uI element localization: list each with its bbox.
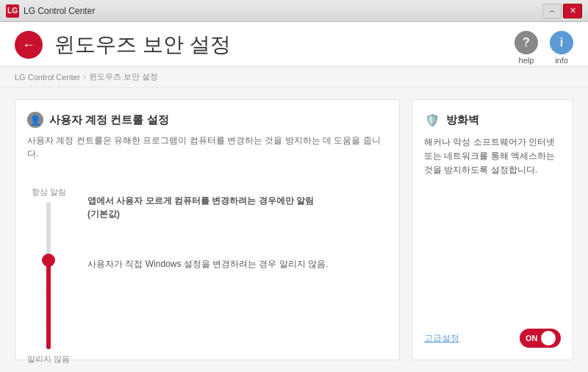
main-window: ← 윈도우즈 보안 설정 ? help i info LG Control Ce… xyxy=(0,22,588,372)
uac-panel: 👤 사용자 계정 컨트롤 설정 사용자 계정 컨트롤은 유해한 프로그램이 컴퓨… xyxy=(15,99,400,360)
slider-options: 앱에서 사용자 모르게 컴퓨터를 변경하려는 경우에만 알림(기본값) 사용자가… xyxy=(87,172,387,365)
breadcrumb: LG Control Center › 윈도우즈 보안 설정 xyxy=(0,67,588,87)
slider-top-label: 항상 알림 xyxy=(32,187,66,198)
title-bar: LG LG Control Center − ✕ xyxy=(0,0,588,22)
firewall-header: 🛡️ 방화벽 xyxy=(424,112,561,128)
minimize-button[interactable]: − xyxy=(542,4,562,18)
firewall-footer: 고급설정 ON xyxy=(424,329,561,348)
uac-slider-area: 항상 알림 알리지 않음 xyxy=(27,172,387,365)
breadcrumb-current: 윈도우즈 보안 설정 xyxy=(89,71,158,82)
help-button[interactable]: ? help xyxy=(514,31,538,65)
slider-dot-1 xyxy=(46,289,51,293)
firewall-title: 방화벽 xyxy=(446,113,479,127)
content-area: 👤 사용자 계정 컨트롤 설정 사용자 계정 컨트롤은 유해한 프로그램이 컴퓨… xyxy=(0,87,588,372)
firewall-icon: 🛡️ xyxy=(424,112,440,128)
slider-option-1: 앱에서 사용자 모르게 컴퓨터를 변경하려는 경우에만 알림(기본값) xyxy=(87,194,387,221)
uac-title: 사용자 계정 컨트롤 설정 xyxy=(49,113,169,127)
firewall-panel: 🛡️ 방화벽 해커나 악성 소프트웨어가 인터넷 또는 네트워크를 통해 엑세스… xyxy=(412,99,573,360)
page-title: 윈도우즈 보안 설정 xyxy=(54,31,231,59)
user-account-icon: 👤 xyxy=(27,112,43,128)
slider-bottom-label: 알리지 않음 xyxy=(27,354,70,365)
toggle-knob xyxy=(541,331,556,346)
info-button[interactable]: i info xyxy=(550,31,573,65)
advanced-settings-link[interactable]: 고급설정 xyxy=(424,332,459,345)
header-icons: ? help i info xyxy=(514,31,573,65)
title-bar-text: LG Control Center xyxy=(24,6,542,16)
close-button[interactable]: ✕ xyxy=(563,4,582,18)
slider-option-2: 사용자가 직접 Windows 설정을 변경하려는 경우 알리지 않음. xyxy=(87,257,387,271)
back-icon: ← xyxy=(22,37,35,53)
help-label: help xyxy=(519,56,534,65)
app-logo: LG xyxy=(6,4,19,18)
help-circle: ? xyxy=(514,31,538,54)
uac-section-header: 👤 사용자 계정 컨트롤 설정 xyxy=(27,112,387,128)
back-button[interactable]: ← xyxy=(15,31,43,59)
firewall-toggle[interactable]: ON xyxy=(520,329,561,348)
slider-thumb[interactable] xyxy=(42,254,55,267)
breadcrumb-home[interactable]: LG Control Center xyxy=(15,73,80,82)
breadcrumb-separator: › xyxy=(83,73,85,81)
header: ← 윈도우즈 보안 설정 ? help i info xyxy=(0,22,588,67)
info-circle: i xyxy=(550,31,573,54)
toggle-label: ON xyxy=(526,334,538,343)
uac-description: 사용자 계정 컨트롤은 유해한 프로그램이 컴퓨터를 변경하는 것을 방지하는 … xyxy=(27,134,387,160)
firewall-description: 해커나 악성 소프트웨어가 인터넷 또는 네트워크를 통해 엑세스하는 것을 방… xyxy=(424,135,561,329)
info-label: info xyxy=(555,56,568,65)
window-controls: − ✕ xyxy=(542,4,582,18)
slider-dot-2 xyxy=(46,323,51,328)
